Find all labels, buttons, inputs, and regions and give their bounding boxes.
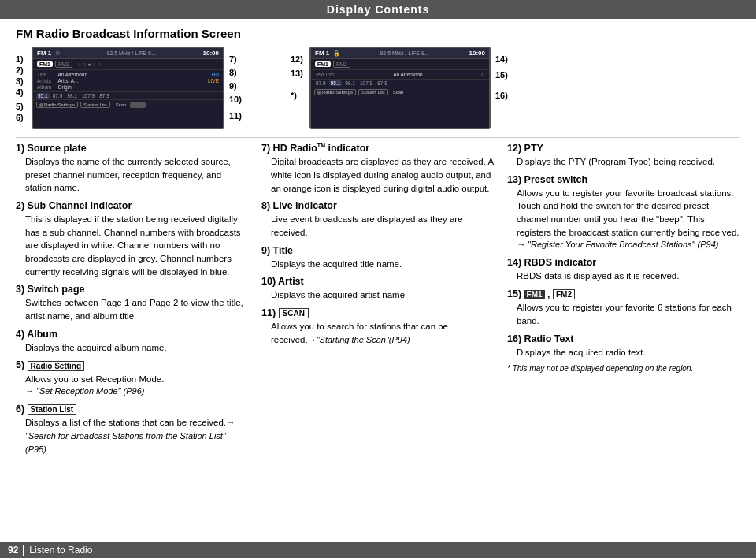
screen-source: FM 1 ⚙ — [37, 50, 60, 57]
callout-9: 9) — [229, 81, 243, 91]
callout-12: 12) — [291, 54, 308, 64]
item-9: 9) Title Displays the acquired title nam… — [261, 245, 495, 271]
item-16-num: 16) — [507, 333, 521, 344]
item-4-num: 4) — [16, 329, 24, 340]
item-11-num: 11) — [261, 307, 276, 318]
diagrams-row: 1) 2) 3) 4) 5) 6) FM 1 ⚙ 92.5 MHz / LIFE… — [16, 46, 740, 129]
right-screen-band-row: FM1 FM2 — [311, 59, 489, 70]
text-info-label: Text Info — [315, 72, 335, 77]
item-4: 4) Album Displays the acquired album nam… — [16, 329, 249, 355]
radio-setting-box: Radio Setting — [28, 361, 84, 371]
right-scan-label: Scan — [391, 90, 404, 95]
item-12-title: 12) PTY — [507, 143, 740, 154]
callout-4: 4) — [16, 87, 30, 97]
screen-info-section: Title Artists Album An Afternoon Artist … — [33, 70, 223, 91]
right-screen-bottom-buttons: Radio Settings Station List Scan — [311, 87, 489, 97]
screen-top-bar: FM 1 ⚙ 92.5 MHz / LIFE 8... 10:00 — [33, 48, 223, 59]
left-screen-container: FM 1 ⚙ 92.5 MHz / LIFE 8... 10:00 FM1 FM… — [32, 46, 224, 129]
right-preset-3: 98.1 — [343, 80, 357, 86]
callout-8: 8) — [229, 68, 243, 77]
item-14-num: 14) — [507, 257, 521, 268]
text-info-value: An Afternoon — [393, 72, 423, 77]
item-6-body: Displays a list of the stations that can… — [16, 416, 249, 456]
fm1-band-inline: FM1 — [524, 290, 545, 299]
item-4-title: 4) Album — [16, 329, 249, 340]
item-7: 7) HD RadioTM indicator Digital broadcas… — [261, 143, 495, 195]
right-screen-source: FM 1 🔒 — [315, 50, 340, 57]
right-diagram-right-callouts: 14) 15) 16) — [492, 46, 510, 100]
screen-labels: Title Artists Album — [37, 72, 51, 90]
item-16-body: Displays the acquired radio text. — [507, 346, 740, 359]
item-8-body: Live event broadcasts are displayed as t… — [261, 213, 495, 239]
item-14: 14) RBDS indicator RBDS data is displaye… — [507, 257, 740, 283]
tm-symbol: TM — [317, 143, 325, 148]
item-9-num: 9) — [261, 245, 270, 256]
item-9-body: Displays the acquired title name. — [261, 258, 495, 271]
item-12-num: 12) — [507, 143, 521, 154]
scan-box: SCAN — [279, 308, 309, 318]
header-bar: Display Contents — [0, 0, 756, 19]
right-screen-text-info-row: Text Info An Afternoon C — [311, 70, 489, 79]
item-3: 3) Switch page Switches between Page 1 a… — [16, 284, 249, 322]
radio-settings-btn: Radio Settings — [36, 102, 78, 108]
item-2-title: 2) Sub Channel Indicator — [16, 200, 249, 211]
footer-text: Listen to Radio — [29, 545, 92, 556]
item-1-num: 1) — [16, 143, 24, 154]
album-value: Origin — [57, 84, 87, 90]
preset-1-active: 95.1 — [36, 93, 50, 99]
item-15-title: 15) FM1 , FM2 — [507, 288, 740, 299]
preset-3: 98.1 — [65, 93, 79, 99]
screen-time: 10:00 — [203, 50, 219, 57]
hd-indicator: HD — [212, 72, 219, 77]
callout-15: 15) — [495, 70, 510, 80]
album-label: Album — [37, 84, 51, 90]
callout-6: 6) — [16, 113, 30, 122]
page-title: FM Radio Broadcast Information Screen — [16, 27, 740, 40]
item-13-title: 13) Preset switch — [507, 174, 740, 185]
screen-values: An Afternoon Artist A... Origin — [57, 72, 87, 90]
item-13-arrow: → "Register Your Favorite Broadcast Stat… — [517, 239, 740, 251]
station-list-btn: Station List — [80, 102, 110, 108]
right-screen-freq: 92.5 MHz / LIFE 8... — [380, 50, 428, 56]
content-section: 1) Source plate Displays the name of the… — [16, 143, 740, 462]
radio-settings-icon — [39, 103, 43, 107]
callout-2: 2) — [16, 65, 30, 75]
right-screen-presets: 87.9 95.1 98.1 107.9 87.9 — [311, 79, 489, 87]
screen-freq: 92.5 MHz / LIFE 8... — [106, 50, 155, 56]
item-7-body: Digital broadcasts are displayed as they… — [261, 155, 495, 195]
c-indicator: C — [481, 72, 485, 77]
item-2: 2) Sub Channel Indicator This is display… — [16, 200, 249, 278]
item-11: 11) SCAN Allows you to search for statio… — [261, 307, 495, 347]
band-fm1-btn: FM1 — [37, 61, 53, 67]
item-2-num: 2) — [16, 200, 24, 211]
right-callout-numbers-top: 7) 8) 9) 10) 11) — [226, 46, 243, 121]
item-2-body: This is displayed if the station being r… — [16, 213, 249, 278]
item-5: 5) Radio Setting Allows you to set Recep… — [16, 359, 249, 398]
footer-bar: 92 Listen to Radio — [0, 542, 756, 558]
item-6-num: 6) — [16, 404, 24, 415]
item-16-title: 16) Radio Text — [507, 333, 740, 344]
screen-band-row: FM1 FM2 ○ ○ ● ○ ○ — [33, 59, 223, 70]
item-13-body: Allows you to register your favorite bro… — [507, 187, 740, 252]
artist-value: Artist A... — [57, 78, 87, 84]
right-band-fm2-btn: FM2 — [333, 61, 350, 68]
callout-5: 5) — [16, 102, 30, 111]
item-11-body: Allows you to search for stations that c… — [261, 320, 495, 347]
right-radio-settings-btn: Radio Settings — [314, 89, 356, 95]
item-1-title: 1) Source plate — [16, 143, 249, 154]
divider — [16, 137, 740, 138]
preset-5: 87.9 — [98, 93, 111, 99]
item-15: 15) FM1 , FM2 Allows you to register you… — [507, 288, 740, 328]
item-10-title: 10) Artist — [261, 276, 495, 287]
item-5-body: Allows you to set Reception Mode. → "Set… — [16, 373, 249, 399]
scan-bar — [130, 102, 146, 108]
preset-4: 107.9 — [80, 93, 96, 99]
right-preset-5: 87.9 — [376, 80, 389, 86]
callout-3: 3) — [16, 76, 30, 86]
diagram-spacer — [259, 46, 275, 129]
item-7-title: 7) HD RadioTM indicator — [261, 143, 495, 154]
item-8-title: 8) Live indicator — [261, 200, 495, 211]
item-12-body: Displays the PTY (Program Type) being re… — [507, 155, 740, 169]
title-label: Title — [37, 72, 51, 77]
left-diagram-section: 1) 2) 3) 4) 5) 6) FM 1 ⚙ 92.5 MHz / LIFE… — [16, 46, 243, 129]
